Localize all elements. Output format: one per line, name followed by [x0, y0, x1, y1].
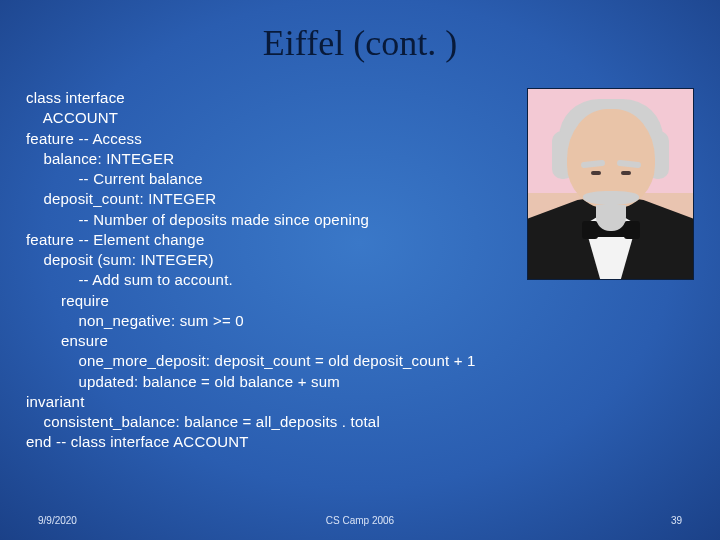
code-line: ACCOUNT — [26, 109, 118, 126]
code-line: deposit (sum: INTEGER) — [26, 251, 214, 268]
footer-center: CS Camp 2006 — [0, 515, 720, 526]
code-line: -- Add sum to account. — [26, 271, 233, 288]
code-line: consistent_balance: balance = all_deposi… — [26, 413, 380, 430]
code-line: feature -- Access — [26, 130, 142, 147]
slide: Eiffel (cont. ) class interface ACCOUNT … — [0, 0, 720, 540]
code-line: end -- class interface ACCOUNT — [26, 433, 249, 450]
code-line: ensure — [26, 332, 108, 349]
slide-title: Eiffel (cont. ) — [0, 22, 720, 64]
footer-page-number: 39 — [671, 515, 682, 526]
code-line: -- Number of deposits made since opening — [26, 211, 369, 228]
code-line: feature -- Element change — [26, 231, 204, 248]
code-line: non_negative: sum >= 0 — [26, 312, 244, 329]
code-line: updated: balance = old balance + sum — [26, 373, 340, 390]
code-line: require — [26, 292, 109, 309]
code-line: -- Current balance — [26, 170, 203, 187]
code-line: one_more_deposit: deposit_count = old de… — [26, 352, 476, 369]
code-line: deposit_count: INTEGER — [26, 190, 216, 207]
code-line: balance: INTEGER — [26, 150, 174, 167]
code-listing: class interface ACCOUNT feature -- Acces… — [26, 88, 694, 453]
code-line: invariant — [26, 393, 85, 410]
code-line: class interface — [26, 89, 125, 106]
